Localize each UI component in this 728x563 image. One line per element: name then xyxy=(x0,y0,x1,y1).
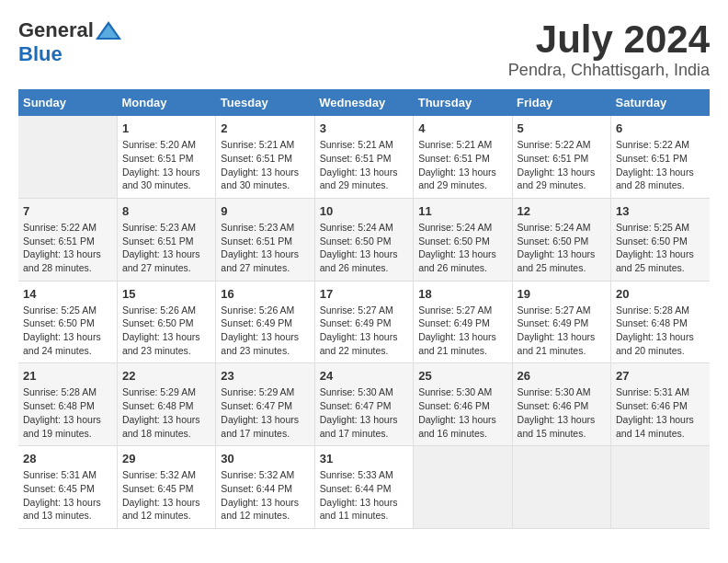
day-number: 20 xyxy=(616,287,705,301)
day-number: 2 xyxy=(221,121,309,135)
day-info: Sunrise: 5:22 AM Sunset: 6:51 PM Dayligh… xyxy=(518,138,606,192)
week-row-5: 28 Sunrise: 5:31 AM Sunset: 6:45 PM Dayl… xyxy=(18,446,710,529)
day-info: Sunrise: 5:33 AM Sunset: 6:44 PM Dayligh… xyxy=(320,468,408,523)
day-cell: 7 Sunrise: 5:22 AM Sunset: 6:51 PM Dayli… xyxy=(18,198,117,281)
day-info: Sunrise: 5:30 AM Sunset: 6:46 PM Dayligh… xyxy=(418,385,506,440)
day-cell: 30 Sunrise: 5:32 AM Sunset: 6:44 PM Dayl… xyxy=(216,446,314,529)
day-info: Sunrise: 5:29 AM Sunset: 6:47 PM Dayligh… xyxy=(221,385,309,440)
header-monday: Monday xyxy=(117,89,215,116)
day-cell: 17 Sunrise: 5:27 AM Sunset: 6:49 PM Dayl… xyxy=(314,281,413,363)
day-number: 9 xyxy=(221,204,309,218)
day-cell: 29 Sunrise: 5:32 AM Sunset: 6:45 PM Dayl… xyxy=(117,446,215,529)
week-row-2: 7 Sunrise: 5:22 AM Sunset: 6:51 PM Dayli… xyxy=(18,198,710,281)
day-cell: 10 Sunrise: 5:24 AM Sunset: 6:50 PM Dayl… xyxy=(314,198,413,281)
day-number: 12 xyxy=(518,204,606,218)
day-cell: 19 Sunrise: 5:27 AM Sunset: 6:49 PM Dayl… xyxy=(512,281,610,363)
day-number: 21 xyxy=(23,369,112,383)
day-cell xyxy=(18,116,117,198)
day-number: 16 xyxy=(221,287,309,301)
day-info: Sunrise: 5:26 AM Sunset: 6:49 PM Dayligh… xyxy=(221,304,309,358)
day-number: 15 xyxy=(122,287,210,301)
day-cell: 16 Sunrise: 5:26 AM Sunset: 6:49 PM Dayl… xyxy=(216,281,314,363)
day-cell xyxy=(512,446,610,529)
day-cell: 5 Sunrise: 5:22 AM Sunset: 6:51 PM Dayli… xyxy=(512,116,610,198)
header-saturday: Saturday xyxy=(611,89,710,116)
day-cell: 21 Sunrise: 5:28 AM Sunset: 6:48 PM Dayl… xyxy=(18,363,117,446)
day-number: 7 xyxy=(23,204,112,218)
day-info: Sunrise: 5:25 AM Sunset: 6:50 PM Dayligh… xyxy=(23,304,112,358)
day-info: Sunrise: 5:27 AM Sunset: 6:49 PM Dayligh… xyxy=(320,304,408,358)
day-number: 28 xyxy=(23,452,112,465)
day-info: Sunrise: 5:24 AM Sunset: 6:50 PM Dayligh… xyxy=(418,221,506,275)
day-number: 17 xyxy=(320,287,408,301)
day-info: Sunrise: 5:28 AM Sunset: 6:48 PM Dayligh… xyxy=(616,304,705,358)
day-number: 10 xyxy=(320,204,408,218)
day-cell: 26 Sunrise: 5:30 AM Sunset: 6:46 PM Dayl… xyxy=(512,363,610,446)
day-number: 4 xyxy=(418,121,506,135)
day-info: Sunrise: 5:31 AM Sunset: 6:45 PM Dayligh… xyxy=(23,468,112,523)
header-thursday: Thursday xyxy=(414,89,512,116)
day-number: 6 xyxy=(616,121,705,135)
day-info: Sunrise: 5:30 AM Sunset: 6:47 PM Dayligh… xyxy=(320,385,408,440)
week-row-3: 14 Sunrise: 5:25 AM Sunset: 6:50 PM Dayl… xyxy=(18,281,710,363)
day-number: 11 xyxy=(418,204,506,218)
day-number: 31 xyxy=(320,452,408,465)
header-friday: Friday xyxy=(512,89,610,116)
calendar-table: SundayMondayTuesdayWednesdayThursdayFrid… xyxy=(18,89,710,529)
day-number: 14 xyxy=(23,287,112,301)
day-number: 23 xyxy=(221,369,309,383)
day-number: 18 xyxy=(418,287,506,301)
day-cell: 31 Sunrise: 5:33 AM Sunset: 6:44 PM Dayl… xyxy=(314,446,413,529)
day-cell: 27 Sunrise: 5:31 AM Sunset: 6:46 PM Dayl… xyxy=(611,363,710,446)
day-info: Sunrise: 5:24 AM Sunset: 6:50 PM Dayligh… xyxy=(518,221,606,275)
day-cell: 12 Sunrise: 5:24 AM Sunset: 6:50 PM Dayl… xyxy=(512,198,610,281)
day-number: 27 xyxy=(616,369,705,383)
week-row-1: 1 Sunrise: 5:20 AM Sunset: 6:51 PM Dayli… xyxy=(18,116,710,198)
day-number: 5 xyxy=(518,121,606,135)
day-number: 22 xyxy=(122,369,210,383)
day-info: Sunrise: 5:23 AM Sunset: 6:51 PM Dayligh… xyxy=(122,221,210,275)
day-info: Sunrise: 5:27 AM Sunset: 6:49 PM Dayligh… xyxy=(418,304,506,358)
title-area: July 2024 Pendra, Chhattisgarh, India xyxy=(508,18,710,80)
day-info: Sunrise: 5:22 AM Sunset: 6:51 PM Dayligh… xyxy=(616,138,705,192)
day-info: Sunrise: 5:20 AM Sunset: 6:51 PM Dayligh… xyxy=(122,138,210,192)
day-cell: 4 Sunrise: 5:21 AM Sunset: 6:51 PM Dayli… xyxy=(414,116,512,198)
day-number: 3 xyxy=(320,121,408,135)
day-info: Sunrise: 5:23 AM Sunset: 6:51 PM Dayligh… xyxy=(221,221,309,275)
day-cell: 23 Sunrise: 5:29 AM Sunset: 6:47 PM Dayl… xyxy=(216,363,314,446)
day-cell: 11 Sunrise: 5:24 AM Sunset: 6:50 PM Dayl… xyxy=(414,198,512,281)
logo-icon xyxy=(96,21,121,40)
day-info: Sunrise: 5:31 AM Sunset: 6:46 PM Dayligh… xyxy=(616,385,705,440)
day-info: Sunrise: 5:21 AM Sunset: 6:51 PM Dayligh… xyxy=(320,138,408,192)
day-cell: 13 Sunrise: 5:25 AM Sunset: 6:50 PM Dayl… xyxy=(611,198,710,281)
day-info: Sunrise: 5:28 AM Sunset: 6:48 PM Dayligh… xyxy=(23,385,112,440)
week-row-4: 21 Sunrise: 5:28 AM Sunset: 6:48 PM Dayl… xyxy=(18,363,710,446)
day-number: 30 xyxy=(221,452,309,465)
day-cell: 24 Sunrise: 5:30 AM Sunset: 6:47 PM Dayl… xyxy=(314,363,413,446)
day-number: 13 xyxy=(616,204,705,218)
day-cell: 9 Sunrise: 5:23 AM Sunset: 6:51 PM Dayli… xyxy=(216,198,314,281)
day-cell: 20 Sunrise: 5:28 AM Sunset: 6:48 PM Dayl… xyxy=(611,281,710,363)
day-cell: 28 Sunrise: 5:31 AM Sunset: 6:45 PM Dayl… xyxy=(18,446,117,529)
day-info: Sunrise: 5:29 AM Sunset: 6:48 PM Dayligh… xyxy=(122,385,210,440)
header-sunday: Sunday xyxy=(18,89,117,116)
day-number: 29 xyxy=(122,452,210,465)
day-cell: 8 Sunrise: 5:23 AM Sunset: 6:51 PM Dayli… xyxy=(117,198,215,281)
header-tuesday: Tuesday xyxy=(216,89,314,116)
day-info: Sunrise: 5:21 AM Sunset: 6:51 PM Dayligh… xyxy=(221,138,309,192)
day-number: 26 xyxy=(518,369,606,383)
day-cell: 3 Sunrise: 5:21 AM Sunset: 6:51 PM Dayli… xyxy=(314,116,413,198)
day-cell xyxy=(414,446,512,529)
day-cell xyxy=(611,446,710,529)
day-cell: 6 Sunrise: 5:22 AM Sunset: 6:51 PM Dayli… xyxy=(611,116,710,198)
day-info: Sunrise: 5:32 AM Sunset: 6:44 PM Dayligh… xyxy=(221,468,309,523)
day-info: Sunrise: 5:21 AM Sunset: 6:51 PM Dayligh… xyxy=(418,138,506,192)
day-number: 25 xyxy=(418,369,506,383)
page-header: General Blue July 2024 Pendra, Chhattisg… xyxy=(18,18,710,80)
day-cell: 18 Sunrise: 5:27 AM Sunset: 6:49 PM Dayl… xyxy=(414,281,512,363)
logo-general-text: General xyxy=(18,18,94,42)
day-cell: 22 Sunrise: 5:29 AM Sunset: 6:48 PM Dayl… xyxy=(117,363,215,446)
day-cell: 14 Sunrise: 5:25 AM Sunset: 6:50 PM Dayl… xyxy=(18,281,117,363)
day-info: Sunrise: 5:26 AM Sunset: 6:50 PM Dayligh… xyxy=(122,304,210,358)
calendar-header-row: SundayMondayTuesdayWednesdayThursdayFrid… xyxy=(18,89,710,116)
